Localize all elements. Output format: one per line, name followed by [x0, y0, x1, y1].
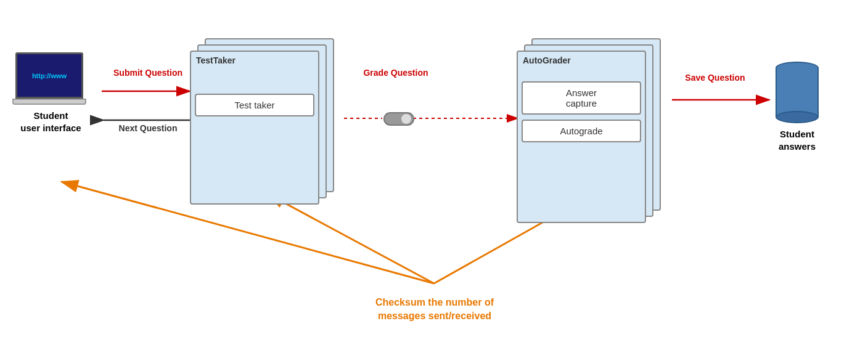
testtaker-main: TestTaker Test taker [190, 51, 319, 205]
laptop-screen: http://www [15, 52, 83, 99]
save-question-label: Save Question [675, 73, 755, 83]
database: Studentanswers [776, 62, 819, 152]
autograde-module: Autograde [522, 120, 641, 142]
submit-question-label: Submit Question [108, 68, 188, 78]
diagram: http://www Studentuser interface Submit … [0, 0, 868, 358]
testtaker-module: Test taker [195, 94, 314, 116]
laptop-label: Studentuser interface [15, 110, 86, 134]
svg-line-11 [268, 194, 434, 283]
laptop-base [12, 99, 86, 105]
checksum-label: Checksum the number of messages sent/rec… [314, 296, 555, 323]
toggle-icon [383, 112, 414, 126]
autograder-main: AutoGrader Answer capture Autograde [517, 51, 646, 223]
grade-question-label: Grade Question [359, 68, 433, 78]
db-label: Studentanswers [776, 128, 819, 152]
db-bottom [776, 111, 819, 123]
db-body [776, 68, 819, 117]
toggle-body [383, 112, 414, 126]
autograder-title: AutoGrader [518, 52, 645, 69]
laptop: http://www Studentuser interface [15, 52, 86, 134]
testtaker-title: TestTaker [191, 52, 318, 69]
answer-capture-module: Answer capture [522, 81, 641, 115]
toggle-knob [401, 114, 411, 124]
next-question-label: Next Question [108, 123, 188, 134]
laptop-url: http://www [32, 72, 67, 79]
